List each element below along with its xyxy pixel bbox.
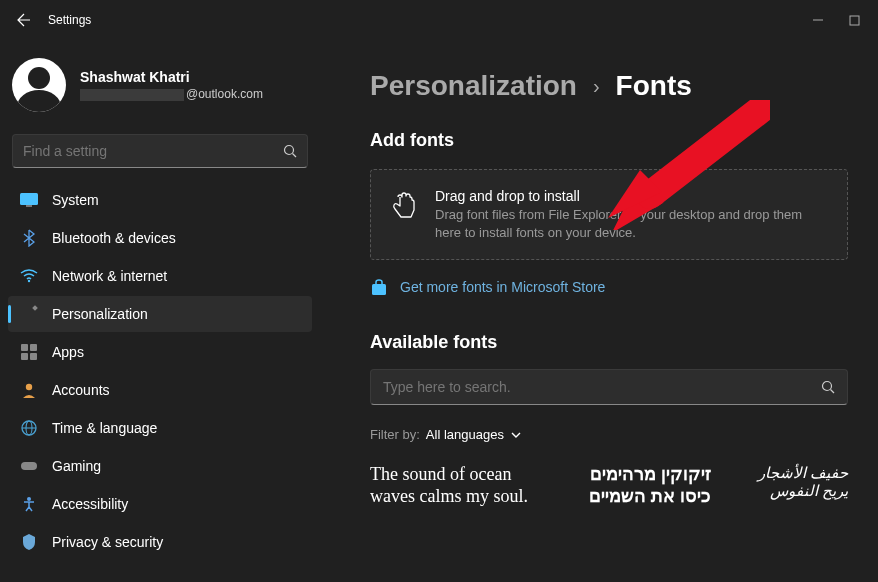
available-fonts-title: Available fonts xyxy=(370,332,848,353)
font-search[interactable] xyxy=(370,369,848,405)
svg-line-3 xyxy=(293,154,297,158)
svg-point-6 xyxy=(28,280,30,282)
settings-search-input[interactable] xyxy=(23,143,283,159)
sidebar-item-label: Accessibility xyxy=(52,496,128,512)
sidebar-item-system[interactable]: System xyxy=(8,182,312,218)
svg-line-20 xyxy=(831,390,835,394)
sidebar-item-label: Accounts xyxy=(52,382,110,398)
svg-point-19 xyxy=(823,382,832,391)
wifi-icon xyxy=(20,267,38,285)
sidebar-item-label: Bluetooth & devices xyxy=(52,230,176,246)
svg-rect-8 xyxy=(21,344,28,351)
bluetooth-icon xyxy=(20,229,38,247)
back-button[interactable] xyxy=(8,4,40,36)
chevron-down-icon xyxy=(510,431,522,439)
sidebar-item-gaming[interactable]: Gaming xyxy=(8,448,312,484)
brush-icon xyxy=(20,305,38,323)
font-search-input[interactable] xyxy=(383,379,821,395)
gamepad-icon xyxy=(20,457,38,475)
add-fonts-title: Add fonts xyxy=(370,130,848,151)
filter-row[interactable]: Filter by: All languages xyxy=(370,427,848,442)
window-title: Settings xyxy=(48,13,91,27)
sidebar-item-label: Privacy & security xyxy=(52,534,163,550)
svg-rect-18 xyxy=(372,284,386,295)
filter-label: Filter by: xyxy=(370,427,420,442)
accessibility-icon xyxy=(20,495,38,513)
svg-rect-16 xyxy=(21,462,37,470)
breadcrumb-current: Fonts xyxy=(616,70,692,102)
sidebar-item-personalization[interactable]: Personalization xyxy=(8,296,312,332)
search-icon xyxy=(821,380,835,394)
svg-rect-1 xyxy=(850,16,859,25)
shield-icon xyxy=(20,533,38,551)
font-preview-1[interactable]: The sound of ocean waves calms my soul. xyxy=(370,464,530,507)
svg-rect-4 xyxy=(20,193,38,205)
person-icon xyxy=(20,381,38,399)
system-icon xyxy=(20,191,38,209)
apps-icon xyxy=(20,343,38,361)
sidebar-item-network[interactable]: Network & internet xyxy=(8,258,312,294)
back-arrow-icon xyxy=(16,12,32,28)
sidebar-item-label: Personalization xyxy=(52,306,148,322)
sidebar-item-accounts[interactable]: Accounts xyxy=(8,372,312,408)
email-redacted xyxy=(80,89,184,101)
font-preview-2[interactable]: זיקוקין מרהימים כיסו את השמיים xyxy=(570,464,711,507)
settings-search[interactable] xyxy=(12,134,308,168)
svg-point-17 xyxy=(27,497,31,501)
font-previews: The sound of ocean waves calms my soul. … xyxy=(370,464,848,507)
sidebar-item-label: Apps xyxy=(52,344,84,360)
breadcrumb: Personalization › Fonts xyxy=(370,70,848,102)
sidebar-item-bluetooth[interactable]: Bluetooth & devices xyxy=(8,220,312,256)
search-icon xyxy=(283,144,297,158)
font-dropzone[interactable]: Drag and drop to install Drag font files… xyxy=(370,169,848,260)
globe-icon xyxy=(20,419,38,437)
main-content: Personalization › Fonts Add fonts Drag a… xyxy=(320,40,878,582)
sidebar-item-accessibility[interactable]: Accessibility xyxy=(8,486,312,522)
sidebar-item-label: Network & internet xyxy=(52,268,167,284)
sidebar-item-apps[interactable]: Apps xyxy=(8,334,312,370)
avatar xyxy=(12,58,66,112)
dropzone-description: Drag font files from File Explorer or yo… xyxy=(435,206,827,241)
svg-rect-5 xyxy=(26,205,32,207)
nav-list: System Bluetooth & devices Network & int… xyxy=(8,182,312,560)
breadcrumb-parent[interactable]: Personalization xyxy=(370,70,577,102)
svg-point-12 xyxy=(26,384,32,390)
window-controls xyxy=(812,14,870,26)
svg-point-2 xyxy=(285,146,294,155)
store-link[interactable]: Get more fonts in Microsoft Store xyxy=(370,278,848,296)
svg-rect-11 xyxy=(30,353,37,360)
svg-rect-7 xyxy=(32,305,38,311)
sidebar-item-label: Gaming xyxy=(52,458,101,474)
sidebar: Shashwat Khatri @outlook.com System Blue… xyxy=(0,40,320,582)
svg-rect-9 xyxy=(30,344,37,351)
sidebar-item-label: System xyxy=(52,192,99,208)
sidebar-item-label: Time & language xyxy=(52,420,157,436)
minimize-button[interactable] xyxy=(812,14,824,26)
sidebar-item-time-language[interactable]: Time & language xyxy=(8,410,312,446)
titlebar: Settings xyxy=(0,0,878,40)
chevron-right-icon: › xyxy=(593,75,600,98)
profile-email: @outlook.com xyxy=(80,87,263,101)
maximize-button[interactable] xyxy=(848,14,860,26)
filter-value: All languages xyxy=(426,427,504,442)
sidebar-item-privacy[interactable]: Privacy & security xyxy=(8,524,312,560)
profile-block[interactable]: Shashwat Khatri @outlook.com xyxy=(8,50,312,128)
drag-hand-icon xyxy=(391,188,417,241)
dropzone-title: Drag and drop to install xyxy=(435,188,827,204)
svg-rect-10 xyxy=(21,353,28,360)
font-preview-3[interactable]: حفيف الأشجار يريح النفوس xyxy=(751,464,848,500)
store-link-text: Get more fonts in Microsoft Store xyxy=(400,279,605,295)
store-icon xyxy=(370,278,388,296)
profile-name: Shashwat Khatri xyxy=(80,69,263,85)
